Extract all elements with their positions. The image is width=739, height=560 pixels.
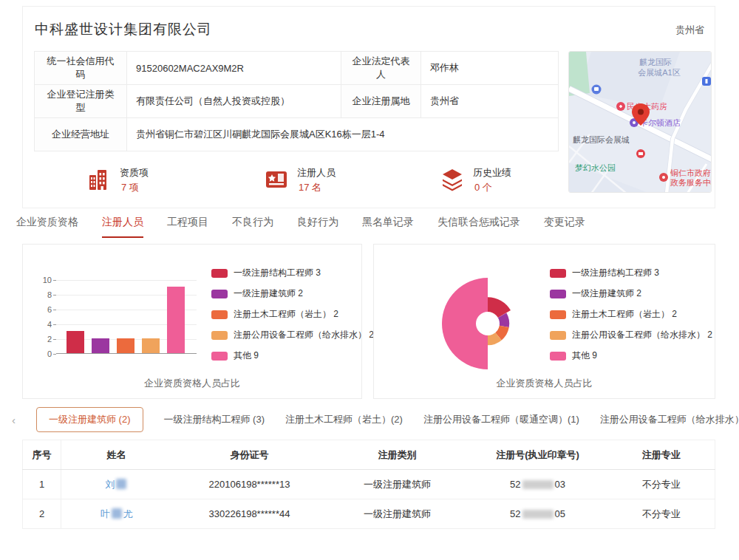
stat-registered-personnel: 注册人员 17 名 [263,166,336,193]
legend-swatch-icon [550,331,566,340]
info-label: 企业登记注册类型 [35,85,127,118]
header-category: 注册类别 [327,440,468,470]
rose-chart-card: 一级注册结构工程师 3一级注册建筑师 2注册土木工程师（岩土） 2注册公用设备工… [373,244,715,399]
bar-chart-card: 0246810 一级注册结构工程师 3一级注册建筑师 2注册土木工程师（岩土） … [22,244,362,399]
company-info-table: 统一社会信用代码 91520602MAC2AX9M2R 企业法定代表人 邓作林 … [34,51,559,151]
person-name-link[interactable]: 叶尤 [101,508,133,519]
legend-swatch-icon [550,290,566,298]
legend-label: 一级注册结构工程师 3 [572,267,659,279]
legal-representative-value: 邓作林 [421,52,559,85]
legend-label: 一级注册结构工程师 3 [234,267,321,279]
personnel-table: 序号 姓名 身份证号 注册类别 注册号(执业印章号) 注册专业 1 刘 2201… [22,440,715,529]
legend-swatch-icon [211,290,228,298]
legend-swatch-icon [211,310,228,319]
legend-item[interactable]: 注册公用设备工程师（给水排水） 2 [211,329,374,341]
registration-major: 不分专业 [608,470,715,499]
legend-item[interactable]: 一级注册建筑师 2 [211,287,374,300]
tab-good-behavior[interactable]: 良好行为 [297,216,338,238]
registration-category: 一级注册建筑师 [327,470,468,499]
stats-row: 资质项 7 项 注册人员 17 名 [34,162,559,205]
page: 中科盛世设计集团有限公司 贵州省 统一社会信用代码 91520602MAC2AX… [0,0,739,560]
subtab-utility-engineer-hvac[interactable]: 注册公用设备工程师（暖通空调）(1) [423,413,579,426]
credit-code-value: 91520602MAC2AX9M2R [127,52,341,85]
legend-item[interactable]: 注册土木工程师（岩土） 2 [550,308,712,321]
y-axis-tick: 4 [34,320,52,329]
bar-其他 [167,287,185,353]
stat-label: 注册人员 [297,168,336,177]
legend-label: 一级注册建筑师 2 [234,287,303,300]
info-row: 企业经营地址 贵州省铜仁市碧江区川硐麒龙国际会展城A区K16栋一层1-4 [35,118,559,151]
legend-swatch-icon [211,269,228,278]
stat-qualifications: 资质项 7 项 [86,166,149,193]
redacted-text [112,508,122,519]
row-index: 1 [23,470,61,499]
building-icon [86,166,112,193]
legend-label: 其他 9 [572,349,597,362]
tab-registered-personnel[interactable]: 注册人员 [102,216,143,238]
legend-item[interactable]: 注册土木工程师（岩土） 2 [211,308,374,321]
map-area-label-line2: 会展城A1区 [638,68,680,77]
company-name: 中科盛世设计集团有限公司 [35,20,212,39]
park-label: 梦幻水公园 [575,163,616,172]
registration-number: 5203 [468,470,608,499]
id-number: 220106198******13 [172,470,327,499]
location-map[interactable]: 麒龙国际 会展城A1区 民生大药房 卡尔顿酒店 麒龙国际会展城 梦幻水公园 [568,51,712,193]
info-label: 统一社会信用代码 [35,52,127,85]
table-header-row: 序号 姓名 身份证号 注册类别 注册号(执业印章号) 注册专业 [23,440,715,470]
legend-item[interactable]: 其他 9 [550,349,712,362]
table-row: 2 叶尤 330226198******44 一级注册建筑师 5205 不分专业 [23,499,715,529]
legend-item[interactable]: 一级注册结构工程师 3 [211,267,374,279]
legend-item[interactable]: 一级注册结构工程师 3 [550,267,712,279]
info-row: 统一社会信用代码 91520602MAC2AX9M2R 企业法定代表人 邓作林 [35,52,559,85]
info-label: 企业经营地址 [35,118,127,151]
legend-label: 注册公用设备工程师（给水排水） 2 [234,329,374,341]
prev-arrow-icon[interactable]: ‹ [12,414,16,426]
bar-一级注册建筑师 [92,338,109,353]
subtab-utility-engineer-water[interactable]: 注册公用设备工程师（给水排水）(2) [600,413,739,426]
tab-blacklist[interactable]: 黑名单记录 [362,216,414,238]
tab-bad-behavior[interactable]: 不良行为 [232,216,273,238]
registered-province-value: 贵州省 [421,85,559,118]
info-row: 企业登记注册类型 有限责任公司（自然人投资或控股） 企业注册属地 贵州省 [35,85,559,118]
tab-qualifications[interactable]: 企业资质资格 [16,216,78,238]
tab-projects[interactable]: 工程项目 [167,216,208,238]
legend-swatch-icon [211,331,228,340]
bar-chart-title: 企业资质资格人员占比 [23,377,361,390]
legend-item[interactable]: 其他 9 [211,349,374,362]
subtab-structural-engineer[interactable]: 一级注册结构工程师 (3) [164,413,265,426]
y-axis-tick: 10 [34,276,52,284]
subtab-civil-engineer-geotech[interactable]: 注册土木工程师（岩土）(2) [285,413,403,426]
bar-chart-legend: 一级注册结构工程师 3一级注册建筑师 2注册土木工程师（岩土） 2注册公用设备工… [211,267,374,362]
legend-item[interactable]: 注册公用设备工程师（给水排水） 2 [550,329,712,341]
redacted-text [522,480,554,489]
stat-history-performance: 历史业绩 0 个 [439,166,511,193]
bar-chart-plot: 0246810 [56,280,197,354]
y-axis-tick: 0 [34,349,52,358]
subtab-first-class-architect[interactable]: 一级注册建筑师 (2) [36,407,143,432]
header-id-number: 身份证号 [172,440,327,470]
header-reg-number: 注册号(执业印章号) [468,440,608,470]
y-axis-tick: 6 [34,305,52,314]
id-number: 330226198******44 [172,499,327,529]
bar-注册土木工程师（岩土） [117,338,134,353]
redacted-text [116,479,126,489]
map-area-left-label: 麒龙国际会展城 [573,135,630,144]
rose-chart-legend: 一级注册结构工程师 3一级注册建筑师 2注册土木工程师（岩土） 2注册公用设备工… [550,267,712,362]
main-tab-bar: 企业资质资格 注册人员 工程项目 不良行为 良好行为 黑名单记录 失信联合惩戒记… [16,216,723,238]
legend-item[interactable]: 一级注册建筑师 2 [550,287,712,300]
redacted-text [522,510,554,519]
gov-label-line2: 政务服务中心 [670,178,712,187]
company-card: 中科盛世设计集团有限公司 贵州省 统一社会信用代码 91520602MAC2AX… [22,6,715,208]
tab-dishonesty-records[interactable]: 失信联合惩戒记录 [437,216,520,238]
stat-value: 7 项 [120,182,149,192]
stat-label: 资质项 [120,168,149,177]
rose-chart [432,268,543,379]
table-row: 1 刘 220106198******13 一级注册建筑师 5203 不分专业 [23,470,715,499]
registration-major: 不分专业 [608,499,715,529]
tab-change-records[interactable]: 变更记录 [544,216,585,238]
legend-label: 注册土木工程师（岩土） 2 [572,308,677,321]
person-name-link[interactable]: 刘 [105,479,128,490]
y-axis-tick: 8 [34,290,52,299]
bar-注册公用设备工程师（给水排水） [142,338,160,353]
legend-swatch-icon [550,310,566,319]
